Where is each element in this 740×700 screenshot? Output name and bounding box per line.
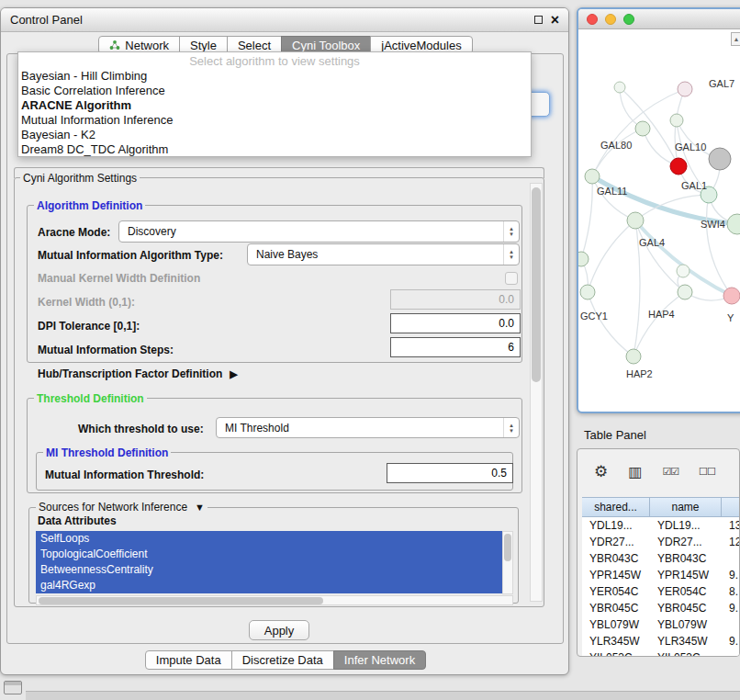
- table-cell[interactable]: YER054C: [650, 583, 722, 600]
- docked-panel-icon[interactable]: [4, 681, 22, 694]
- close-window-icon[interactable]: ×: [551, 13, 559, 28]
- mi-threshold-field[interactable]: [387, 463, 513, 483]
- popup-item[interactable]: Bayesian - K2: [18, 128, 531, 142]
- network-node[interactable]: [709, 148, 731, 170]
- table-cell[interactable]: 12: [722, 534, 739, 550]
- table-cell[interactable]: 9.: [722, 600, 739, 616]
- table-cell[interactable]: YBR045C: [650, 600, 722, 616]
- table-cell[interactable]: YIL053C: [582, 649, 650, 656]
- table-cell[interactable]: YBR043C: [650, 550, 722, 567]
- which-threshold-select[interactable]: MI Threshold ▴▾: [216, 417, 520, 438]
- list-h-scrollbar-thumb[interactable]: [39, 597, 323, 604]
- mi-steps-field[interactable]: [390, 337, 521, 357]
- network-node[interactable]: [580, 285, 595, 299]
- list-item-selected[interactable]: gal4RGexp: [36, 578, 502, 593]
- table-cell[interactable]: YER054C: [582, 583, 650, 600]
- aracne-mode-select[interactable]: Discovery ▴▾: [118, 220, 520, 243]
- select-all-icon[interactable]: ☑☑: [662, 466, 678, 478]
- gear-icon[interactable]: ⚙: [594, 462, 608, 481]
- network-node[interactable]: [723, 288, 740, 304]
- network-edge[interactable]: [588, 292, 633, 356]
- table-cell[interactable]: YLR345W: [650, 633, 722, 649]
- dpi-tolerance-field[interactable]: [390, 313, 521, 333]
- apply-button[interactable]: Apply: [249, 620, 309, 640]
- network-node[interactable]: [678, 285, 692, 299]
- table-cell[interactable]: YDL19...: [650, 517, 722, 534]
- network-edge[interactable]: [592, 176, 635, 220]
- zoom-traffic-light[interactable]: [623, 14, 634, 25]
- popup-item[interactable]: Basic Correlation Inference: [18, 84, 531, 98]
- settings-scrollbar[interactable]: [530, 183, 543, 602]
- table-cell[interactable]: YPR145W: [650, 567, 722, 583]
- network-node[interactable]: [627, 212, 644, 229]
- list-item-selected[interactable]: TopologicalCoefficient: [36, 547, 502, 562]
- column-header[interactable]: shared...: [582, 497, 650, 517]
- network-edge[interactable]: [706, 195, 732, 296]
- table-row[interactable]: YLR345WYLR345W9.: [582, 633, 739, 649]
- network-node[interactable]: [635, 121, 650, 136]
- table-cell[interactable]: 13: [722, 517, 739, 534]
- list-scrollbar-thumb[interactable]: [504, 534, 511, 561]
- tab-infer-network[interactable]: Infer Network: [333, 650, 426, 670]
- network-node[interactable]: [670, 158, 687, 175]
- table-cell[interactable]: 9.: [722, 633, 739, 649]
- list-scrollbar[interactable]: [502, 531, 513, 594]
- table-row[interactable]: YDL19...YDL19...13: [582, 517, 739, 534]
- table-cell[interactable]: YBL079W: [650, 616, 722, 633]
- sources-toggle[interactable]: Sources for Network Inference ▼: [36, 501, 207, 514]
- control-panel-titlebar[interactable]: Control Panel ×: [1, 8, 568, 32]
- tab-discretize-data[interactable]: Discretize Data: [231, 650, 334, 670]
- network-node[interactable]: [678, 82, 692, 96]
- table-cell[interactable]: YDL19...: [582, 517, 650, 534]
- network-node[interactable]: [585, 169, 600, 184]
- table-cell[interactable]: YLR345W: [582, 633, 650, 649]
- network-node[interactable]: [677, 265, 690, 277]
- table-row[interactable]: YBR045CYBR045C9.: [582, 600, 739, 616]
- close-traffic-light[interactable]: [587, 14, 598, 25]
- columns-icon[interactable]: ▥: [628, 463, 642, 480]
- table-cell[interactable]: YPR145W: [582, 567, 650, 583]
- table-cell[interactable]: YIL053C: [650, 649, 722, 656]
- tab-impute-data[interactable]: Impute Data: [145, 650, 232, 670]
- expand-down-icon[interactable]: ▼: [195, 502, 205, 513]
- network-node[interactable]: [578, 252, 589, 266]
- network-edge[interactable]: [633, 292, 685, 356]
- network-node[interactable]: [614, 82, 625, 93]
- table-cell[interactable]: [722, 649, 739, 656]
- network-node[interactable]: [670, 114, 683, 127]
- hub-definition-toggle[interactable]: Hub/Transcription Factor Definition ▶: [38, 367, 238, 380]
- popup-item[interactable]: Mutual Information Inference: [18, 113, 531, 128]
- network-window-titlebar[interactable]: [578, 9, 740, 29]
- list-item-selected[interactable]: SelfLoops: [36, 531, 502, 547]
- settings-scrollbar-thumb[interactable]: [532, 187, 541, 382]
- table-row[interactable]: YIL053CYIL053C: [582, 649, 739, 656]
- table-cell[interactable]: YBR043C: [582, 550, 650, 567]
- table-row[interactable]: YDR27...YDR27...12: [582, 534, 739, 550]
- network-node[interactable]: [727, 214, 740, 234]
- column-header[interactable]: [721, 497, 739, 517]
- table-cell[interactable]: YBL079W: [582, 616, 650, 633]
- network-edge[interactable]: [581, 176, 592, 259]
- list-item-selected[interactable]: BetweennessCentrality: [36, 562, 502, 578]
- table-row[interactable]: YER054CYER054C8.: [582, 583, 739, 600]
- table-row[interactable]: YPR145WYPR145W9.: [582, 567, 739, 583]
- float-window-icon[interactable]: [534, 16, 543, 24]
- network-node[interactable]: [626, 349, 641, 364]
- table-cell[interactable]: YDR27...: [650, 534, 722, 550]
- popup-item[interactable]: Bayesian - Hill Climbing: [18, 69, 531, 84]
- list-h-scrollbar[interactable]: [36, 595, 513, 605]
- table-cell[interactable]: YDR27...: [582, 534, 650, 550]
- table-cell[interactable]: [722, 616, 739, 633]
- table-cell[interactable]: 9.: [722, 567, 739, 583]
- column-header[interactable]: name: [649, 497, 722, 517]
- deselect-all-icon[interactable]: ☐☐: [699, 466, 715, 478]
- minimize-traffic-light[interactable]: [605, 14, 616, 25]
- popup-item[interactable]: Dream8 DC_TDC Algorithm: [18, 142, 531, 157]
- table-cell[interactable]: YBR045C: [582, 600, 650, 616]
- mi-type-select[interactable]: Naive Bayes ▴▾: [247, 243, 520, 265]
- network-canvas[interactable]: GAL7GAL80GAL10GAL11GAL1SWI4GAL4GCY1HAP4Y…: [578, 29, 740, 413]
- network-scrollbar-button[interactable]: ▲: [731, 32, 740, 46]
- table-row[interactable]: YBR043CYBR043C: [582, 550, 739, 567]
- table-cell[interactable]: [722, 550, 739, 567]
- expand-right-icon[interactable]: ▶: [230, 368, 237, 380]
